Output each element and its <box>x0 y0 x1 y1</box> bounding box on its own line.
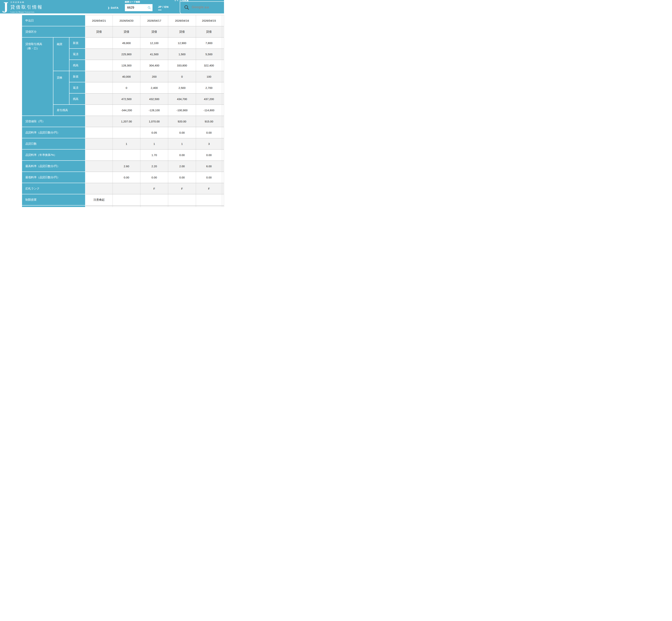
table-cell: 0.00 <box>196 149 222 161</box>
table-cell: F <box>168 183 196 194</box>
table-cell: 2,400 <box>140 82 168 93</box>
data-menu-link[interactable]: ❯ DATA <box>108 6 119 9</box>
header-band: J 日本証券金融 貸借取引情報 Loans for Margin Transac… <box>0 0 224 13</box>
logo-title: 貸借取引情報 <box>10 4 43 10</box>
table-cell: 920.00 <box>168 116 196 127</box>
table-cell: 434,700 <box>168 93 196 105</box>
row-label: 融資 <box>53 37 69 71</box>
table-cell <box>85 93 113 105</box>
table-row-premium-rate-annualized: 品貸料率（年率換算/%）1.700.000.00 <box>22 149 224 161</box>
row-label: 返済 <box>69 48 85 60</box>
table-cell <box>85 205 113 207</box>
row-label: 返済 <box>69 82 85 93</box>
row-label: 応札ランク <box>22 183 85 194</box>
table-cell: 1 <box>168 138 196 149</box>
jsf-logo-icon: J <box>3 0 8 13</box>
table-cell-clipped <box>222 116 224 127</box>
table-cell: 0.00 <box>196 172 222 183</box>
table-cell-clipped <box>222 183 224 194</box>
table-cell-clipped <box>222 48 224 60</box>
table-cell: 貸借 <box>140 26 168 37</box>
table-cell: 貸借 <box>113 26 140 37</box>
table-cell-clipped <box>222 127 224 138</box>
table-cell: 432,500 <box>140 93 168 105</box>
table-cell: 1,500 <box>168 48 196 60</box>
table-cell <box>140 194 168 205</box>
table-cell: 1,207.00 <box>113 116 140 127</box>
table-cell: 128,300 <box>113 60 140 71</box>
table-cell: 6.00 <box>196 161 222 172</box>
code-search-input[interactable] <box>127 5 148 10</box>
language-switcher-label[interactable]: JP / EN <box>158 5 169 8</box>
margin-transactions-table: 申込日2026/04/212026/04/202026/04/172026/04… <box>22 15 224 207</box>
row-label: 貸借値段（円） <box>22 116 85 127</box>
row-label: 残高 <box>69 93 85 105</box>
table-cell: 2026/04/21 <box>85 15 113 26</box>
table-cell: 0.00 <box>168 149 196 161</box>
table-cell: 3 <box>196 138 222 149</box>
table-row-premium-days: 品貸日数1113 <box>22 138 224 149</box>
row-label: 貸借区分 <box>22 26 85 37</box>
table-cell: 41,500 <box>140 48 168 60</box>
row-label: 新規 <box>69 37 85 48</box>
language-switcher: JP / EN <box>158 5 169 9</box>
table-cell: 225,900 <box>113 48 140 60</box>
table-row-bid-rank: 応札ランクFFF <box>22 183 224 194</box>
table-cell: 437,200 <box>196 93 222 105</box>
table-cell-clipped <box>222 93 224 105</box>
table-cell-clipped <box>222 60 224 71</box>
table-cell <box>85 82 113 93</box>
table-cell-clipped <box>222 15 224 26</box>
table-cell <box>168 205 196 207</box>
table-cell: 0.00 <box>168 127 196 138</box>
table-cell <box>85 172 113 183</box>
table-cell: 1 <box>113 138 140 149</box>
table-cell: 915.00 <box>196 116 222 127</box>
table-cell: 12,900 <box>168 37 196 48</box>
table-row-margin-balance-loan-new: 貸借取引残高 （株・口）融資新規49,80012,10012,9007,800 <box>22 37 224 48</box>
table-cell <box>85 37 113 48</box>
table-cell: 100 <box>196 71 222 82</box>
table-row-min-rate: 最低料率（品貸日数分/円）0.000.000.000.00 <box>22 172 224 183</box>
table-cell <box>222 205 224 207</box>
table-cell: 0.00 <box>196 127 222 138</box>
table-cell: 0.05 <box>140 127 168 138</box>
table-cell: 1,070.00 <box>140 116 168 127</box>
table-row-application-date: 申込日2026/04/212026/04/202026/04/172026/04… <box>22 15 224 26</box>
table-cell-clipped <box>222 161 224 172</box>
search-icon[interactable] <box>148 6 151 9</box>
table-cell: 貸借 <box>85 26 113 37</box>
table-cell-clipped <box>222 105 224 116</box>
table-cell: 1.70 <box>140 149 168 161</box>
table-cell <box>85 60 113 71</box>
table-cell <box>168 194 196 205</box>
row-label: 差引残高 <box>53 105 85 116</box>
table-cell: 2,700 <box>196 82 222 93</box>
table-cell <box>140 205 168 207</box>
logo-text: 日本証券金融 貸借取引情報 Loans for Margin Transacti… <box>10 1 43 13</box>
row-label: 品貸日数 <box>22 138 85 149</box>
table-cell: 200 <box>140 71 168 82</box>
table-cell: 0.00 <box>140 172 168 183</box>
table-cell: 0 <box>113 82 140 93</box>
google-logo-text: Google <box>192 5 204 9</box>
table-row-premium-rate-per-day-yen: 品貸料率（品貸日数分/円）0.050.000.00 <box>22 127 224 138</box>
table-cell: 304,400 <box>140 60 168 71</box>
table-cell: 0.00 <box>168 172 196 183</box>
table-cell: 49,800 <box>113 37 140 48</box>
data-menu-label: DATA <box>111 6 119 9</box>
row-label: 最低料率（品貸日数分/円） <box>22 172 85 183</box>
row-label: 貸株 <box>53 71 69 105</box>
table-cell-clipped <box>222 26 224 37</box>
chevron-right-icon: ❯ <box>108 6 110 9</box>
code-search-label: 銘柄コード検索 <box>125 1 140 3</box>
row-label: 品貸料率（年率換算/%） <box>22 149 85 161</box>
site-search-box[interactable]: Google提供 <box>180 1 224 14</box>
logo-link[interactable]: J 日本証券金融 貸借取引情報 Loans for Margin Transac… <box>3 0 43 13</box>
table-row-loan-category: 貸借区分貸借貸借貸借貸借貸借 <box>22 26 224 37</box>
row-label: 品貸料率（品貸日数分/円） <box>22 127 85 138</box>
table-cell: 2026/04/15 <box>196 15 222 26</box>
table-cell <box>85 48 113 60</box>
table-cell <box>113 127 140 138</box>
table-cell <box>85 71 113 82</box>
